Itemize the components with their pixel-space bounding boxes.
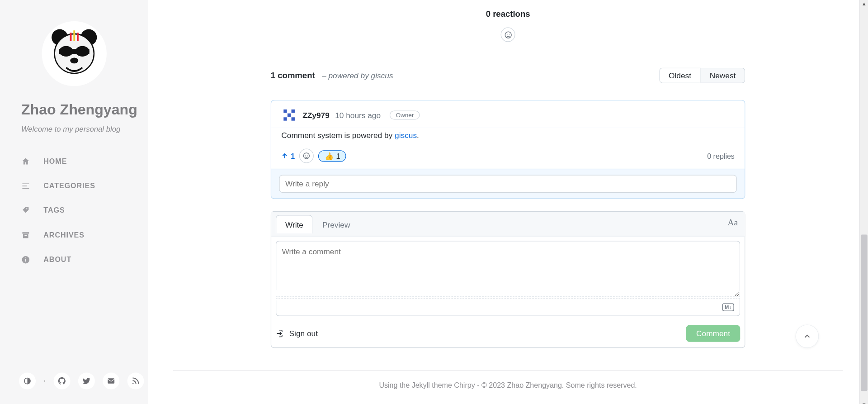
nav-home-label: HOME (43, 157, 67, 166)
svg-rect-30 (288, 114, 291, 117)
comment-head: ZZy979 10 hours ago Owner (271, 100, 745, 127)
site-footer: Using the Jekyll theme Chirpy - © 2023 Z… (173, 371, 843, 390)
list-icon (21, 181, 30, 190)
comments-widget: 0 reactions 1 comment – powered by giscu… (271, 0, 745, 348)
svg-rect-29 (292, 109, 295, 113)
scroll-up-arrow[interactable]: ▲ (859, 0, 868, 8)
markdown-badge-icon[interactable]: M↓ (722, 303, 734, 311)
vertical-scrollbar[interactable]: ▲ ▼ (859, 0, 868, 404)
scroll-down-arrow[interactable]: ▼ (859, 400, 868, 404)
home-icon (21, 157, 30, 166)
comment-text-prefix: Comment system is powered by (281, 131, 395, 140)
nav-archives-label: ARCHIVES (43, 231, 85, 239)
submit-comment-button[interactable]: Comment (686, 325, 740, 342)
thumbs-up-pill[interactable]: 👍 1 (318, 150, 346, 162)
svg-rect-17 (24, 235, 27, 236)
editor-toolbar: M↓ (276, 298, 740, 316)
theme-toggle[interactable] (19, 373, 36, 390)
main: 0 reactions 1 comment – powered by giscu… (148, 0, 868, 404)
editor-card: Write Preview Aa M↓ Sign out Comment (271, 211, 745, 348)
thumbs-count: 1 (336, 152, 340, 160)
footer-owner-link[interactable]: Zhao Zhengyang (507, 381, 561, 390)
tag-icon (21, 206, 30, 215)
svg-point-26 (509, 33, 509, 34)
reply-input[interactable] (279, 175, 736, 193)
sign-out-button[interactable]: Sign out (276, 329, 318, 338)
sidebar-social: • (19, 373, 144, 390)
svg-rect-31 (283, 117, 287, 120)
sidebar: Zhao Zhengyang Welcome to my personal bl… (0, 0, 148, 404)
commenter-name[interactable]: ZZy979 (302, 110, 330, 119)
sort-oldest[interactable]: Oldest (659, 67, 701, 83)
reactions-header: 0 reactions (271, 0, 745, 19)
svg-point-10 (70, 58, 78, 64)
rss-icon (131, 376, 140, 385)
footer-using: Using the (379, 381, 411, 390)
sign-out-icon (276, 329, 285, 338)
upvote-button[interactable]: 1 (281, 152, 295, 160)
half-moon-icon (23, 376, 32, 385)
footer-jekyll-link[interactable]: Jekyll (412, 381, 430, 390)
svg-rect-6 (59, 49, 89, 54)
footer-chirpy-link[interactable]: Chirpy (454, 381, 475, 390)
nav-home[interactable]: HOME (21, 157, 148, 166)
text-style-toggle[interactable]: Aa (727, 217, 738, 227)
tab-write[interactable]: Write (276, 215, 313, 233)
svg-rect-15 (22, 232, 29, 233)
email-link[interactable] (103, 373, 119, 390)
powered-by: – powered by giscus (322, 71, 393, 80)
scroll-to-top-button[interactable] (795, 324, 819, 348)
comment-time: 10 hours ago (335, 110, 381, 119)
add-reaction-button[interactable] (501, 28, 515, 42)
svg-point-14 (26, 208, 27, 209)
comments-count-wrap: 1 comment – powered by giscus (271, 71, 393, 81)
rss-link[interactable] (127, 373, 144, 390)
social-separator: • (43, 378, 45, 384)
scrollbar-thumb[interactable] (861, 235, 868, 391)
footer-copyright-pre: © 2023 (481, 381, 507, 390)
nav-tags-label: TAGS (43, 206, 65, 215)
replies-count: 0 replies (707, 152, 735, 160)
nav-archives[interactable]: ARCHIVES (21, 231, 148, 240)
comment-body: Comment system is powered by giscus. (271, 128, 745, 146)
editor-footer: Sign out Comment (271, 321, 745, 347)
twitter-icon (82, 376, 91, 385)
info-icon (21, 255, 30, 264)
reply-input-wrap (271, 169, 745, 198)
identicon-icon (281, 107, 297, 123)
site-title: Zhao Zhengyang (21, 100, 148, 119)
comments-toolbar: 1 comment – powered by giscus Oldest New… (271, 67, 745, 83)
avatar[interactable] (42, 21, 106, 86)
archive-icon (21, 231, 30, 240)
comment-textarea[interactable] (276, 241, 740, 296)
nav-about[interactable]: ABOUT (21, 255, 148, 264)
chevron-up-icon (803, 332, 812, 341)
upvote-count: 1 (291, 152, 295, 160)
editor-body: M↓ (271, 236, 745, 320)
svg-rect-22 (108, 378, 114, 384)
comment-text-suffix: . (417, 131, 419, 140)
nav-categories[interactable]: CATEGORIES (21, 181, 148, 190)
github-icon (57, 376, 66, 385)
sign-out-label: Sign out (289, 329, 318, 338)
nav-tags[interactable]: TAGS (21, 206, 148, 215)
svg-point-25 (507, 33, 508, 34)
tab-preview[interactable]: Preview (313, 215, 359, 233)
comment-footer: 1 👍 1 0 replies (271, 145, 745, 169)
twitter-link[interactable] (78, 373, 94, 390)
editor-tabs: Write Preview Aa (271, 212, 745, 236)
github-link[interactable] (53, 373, 70, 390)
sort-group: Oldest Newest (659, 67, 745, 83)
site-subtitle: Welcome to my personal blog (21, 125, 148, 133)
panda-avatar-icon (45, 24, 103, 82)
add-reaction-inline[interactable] (299, 148, 314, 163)
svg-rect-20 (25, 257, 26, 258)
sort-newest[interactable]: Newest (701, 67, 745, 83)
nav-categories-label: CATEGORIES (43, 182, 95, 190)
nav-about-label: ABOUT (43, 256, 71, 264)
comment-link[interactable]: giscus (395, 131, 417, 140)
comments-count: 1 comment (271, 71, 315, 80)
svg-point-34 (305, 155, 306, 155)
commenter-avatar[interactable] (281, 107, 297, 123)
owner-badge: Owner (390, 110, 420, 119)
